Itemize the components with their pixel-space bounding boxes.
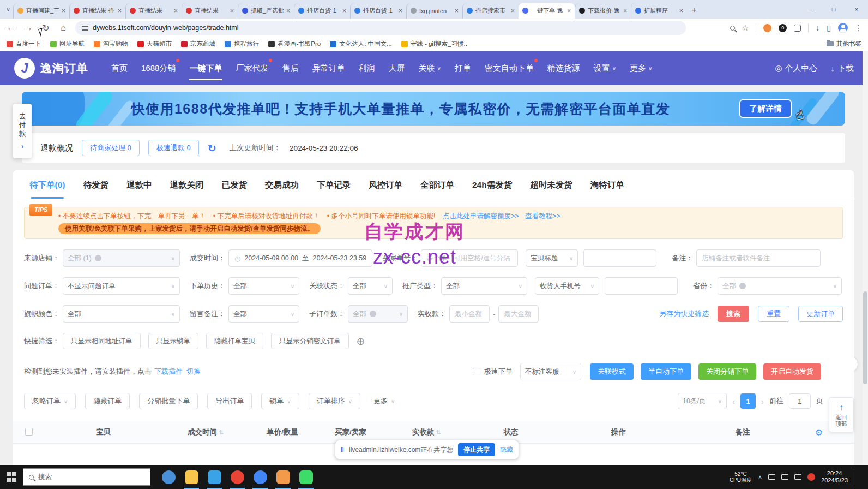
order-tab-history[interactable]: 下单记录 xyxy=(317,180,351,199)
pending-merchant-button[interactable]: 待商家处理 0 xyxy=(82,140,140,156)
relation-mode-button[interactable]: 关联模式 xyxy=(590,363,634,380)
taskbar-app-chrome-2[interactable] xyxy=(249,465,272,489)
close-button[interactable]: × xyxy=(845,0,868,19)
scrollbar-thumb[interactable] xyxy=(863,291,867,384)
ignore-order-button[interactable]: 忽略订单∨ xyxy=(24,393,76,409)
new-tab-button[interactable]: + xyxy=(687,2,701,16)
taskbar-app-wechat[interactable] xyxy=(294,465,317,489)
order-tab-refunding[interactable]: 退款中 xyxy=(126,180,152,199)
nav-item-bigscreen[interactable]: 大屏 xyxy=(388,51,405,85)
tab-close-icon[interactable]: × xyxy=(679,7,683,15)
buyer-order-no-input[interactable] xyxy=(421,249,518,267)
download-link[interactable]: ↓下载 xyxy=(831,63,854,74)
reset-button[interactable]: 重置 xyxy=(758,306,789,322)
update-orders-button[interactable]: 更新订单 xyxy=(798,306,843,322)
bookmark-item[interactable]: 携程旅行 xyxy=(225,40,259,48)
sort-icon[interactable]: ⇅ xyxy=(219,429,224,436)
semi-auto-order-button[interactable]: 半自动下单 xyxy=(641,363,691,380)
taskbar-app-chrome[interactable] xyxy=(226,465,249,489)
hide-share-bar-link[interactable]: 隐藏 xyxy=(500,445,513,455)
browser-tab-active[interactable]: 一键下单-逸 × xyxy=(519,3,575,19)
nav-item-home[interactable]: 首页 xyxy=(111,51,128,85)
page-scrollbar[interactable] xyxy=(863,51,868,465)
order-tab-refund-closed[interactable]: 退款关闭 xyxy=(170,180,203,199)
bookmark-item[interactable]: 看漫画-书盟Pro xyxy=(268,40,321,48)
browser-tab[interactable]: 直播结果-抖 × xyxy=(69,3,125,19)
nav-item-more[interactable]: 更多∨ xyxy=(630,51,652,85)
province-select[interactable]: 全部 ∨ xyxy=(718,277,842,295)
message-remark-select[interactable]: 全部 ∨ xyxy=(228,305,299,323)
bookmark-item[interactable]: 守线 - gif搜索_习惯.. xyxy=(401,40,467,48)
nav-item-selected-supply[interactable]: 精选货源 xyxy=(547,51,580,85)
order-tab-pending[interactable]: 待下单(0) xyxy=(29,180,65,199)
chip-cipher-only[interactable]: 只显示分销密文订单 xyxy=(271,333,349,349)
export-order-button[interactable]: 导出订单 xyxy=(207,393,252,409)
nav-item-aftersale[interactable]: 售后 xyxy=(282,51,298,85)
taskbar-app-explorer[interactable] xyxy=(180,465,203,489)
chip-hide-printed[interactable]: 隐藏打单宝贝 xyxy=(206,333,263,349)
amount-max-input[interactable] xyxy=(498,305,539,323)
order-tab-24h[interactable]: 24h需发货 xyxy=(472,180,512,199)
browser-tab[interactable]: 扩展程序 × xyxy=(631,3,687,19)
tab-close-icon[interactable]: × xyxy=(230,7,234,15)
nav-item-settings[interactable]: 设置∨ xyxy=(594,51,616,85)
taskbar-app-store[interactable] xyxy=(203,465,226,489)
view-tutorial-link[interactable]: 查看教程>> xyxy=(525,212,560,220)
select-all-checkbox[interactable] xyxy=(25,428,33,436)
lock-order-button[interactable]: 锁单∨ xyxy=(261,393,299,409)
suborder-count-select[interactable]: 全部 ∨ xyxy=(348,305,408,323)
flag-color-select[interactable]: 全部 ∨ xyxy=(63,305,180,323)
profile-center-link[interactable]: ◎个人中心 xyxy=(775,63,817,74)
browser-tab[interactable]: fxg.jinriten × xyxy=(406,3,462,19)
tray-network-icon[interactable] xyxy=(768,474,775,480)
start-button[interactable] xyxy=(0,465,23,489)
order-tab-all[interactable]: 全部订单 xyxy=(420,180,454,199)
switch-plugin-link[interactable]: 切换 xyxy=(186,367,201,377)
bookmark-item[interactable]: 百度一下 xyxy=(7,40,41,48)
tab-close-icon[interactable]: × xyxy=(118,7,122,15)
downloads-icon[interactable]: ↓ xyxy=(816,23,819,32)
tab-close-icon[interactable]: × xyxy=(62,7,65,15)
extension-zero-icon[interactable]: 0 xyxy=(779,24,787,32)
restore-button[interactable]: □ xyxy=(822,0,845,19)
extension-fox-icon[interactable] xyxy=(763,24,771,32)
order-tab-overtime[interactable]: 超时未发货 xyxy=(530,180,572,199)
browser-tab[interactable]: 抓取_严选批 × xyxy=(238,3,294,19)
tray-app-icon[interactable] xyxy=(807,473,815,481)
apply-decrypt-link[interactable]: 点击此处申请解密额度>> xyxy=(443,212,519,220)
express-order-checkbox[interactable] xyxy=(473,368,480,375)
more-actions-button[interactable]: 更多∨ xyxy=(366,393,402,409)
tab-search-icon[interactable]: ∨ xyxy=(3,6,13,13)
address-bar[interactable]: dywebs.1tsoft.com/douyin-web/pages/trade… xyxy=(75,21,686,35)
deal-time-range[interactable]: ◷ 2024-05-09 00:00 至 2024-05-23 23:59 xyxy=(228,249,372,267)
zoom-icon[interactable] xyxy=(730,26,735,31)
browser-tab[interactable]: 直播结果 × xyxy=(125,3,182,19)
nav-item-profit[interactable]: 利润 xyxy=(358,51,375,85)
tab-close-icon[interactable]: × xyxy=(174,7,178,15)
nav-item-one-key-order[interactable]: 一键下单 xyxy=(189,51,222,85)
receiver-phone-select[interactable]: 收货人手机号 ∨ xyxy=(535,277,599,295)
go-pay-side-tab[interactable]: 去付款 › xyxy=(13,104,32,158)
app-logo[interactable]: J xyxy=(14,58,35,79)
order-tab-to-ship[interactable]: 待发货 xyxy=(83,180,108,199)
browser-tab[interactable]: 抖店百货-1 × xyxy=(350,3,406,19)
tray-input-icon[interactable] xyxy=(794,474,801,480)
browser-menu-icon[interactable]: ⋮ xyxy=(855,23,863,32)
goto-page-input[interactable] xyxy=(789,393,811,409)
sidebar-icon[interactable]: ▯ xyxy=(827,23,831,32)
amount-min-input[interactable] xyxy=(449,305,490,323)
add-quick-filter-icon[interactable]: ⊕ xyxy=(357,335,365,348)
bookmark-item[interactable]: 天猫超市 xyxy=(137,40,172,48)
problem-order-select[interactable]: 不显示问题订单 ∨ xyxy=(63,277,180,295)
nav-item-factory-ship[interactable]: 厂家代发 xyxy=(236,51,268,85)
tab-close-icon[interactable]: × xyxy=(399,7,402,15)
tab-close-icon[interactable]: × xyxy=(623,7,627,15)
hide-order-button[interactable]: 隐藏订单 xyxy=(85,393,130,409)
prev-page-icon[interactable]: ‹ xyxy=(732,397,735,406)
next-page-icon[interactable]: › xyxy=(761,397,764,406)
tab-close-icon[interactable]: × xyxy=(286,7,290,15)
back-icon[interactable]: ← xyxy=(5,23,16,33)
bookmark-item[interactable]: 文化达人: 中国文... xyxy=(330,40,391,48)
remark-input[interactable] xyxy=(696,249,821,267)
sort-icon[interactable]: ⇅ xyxy=(436,429,441,436)
